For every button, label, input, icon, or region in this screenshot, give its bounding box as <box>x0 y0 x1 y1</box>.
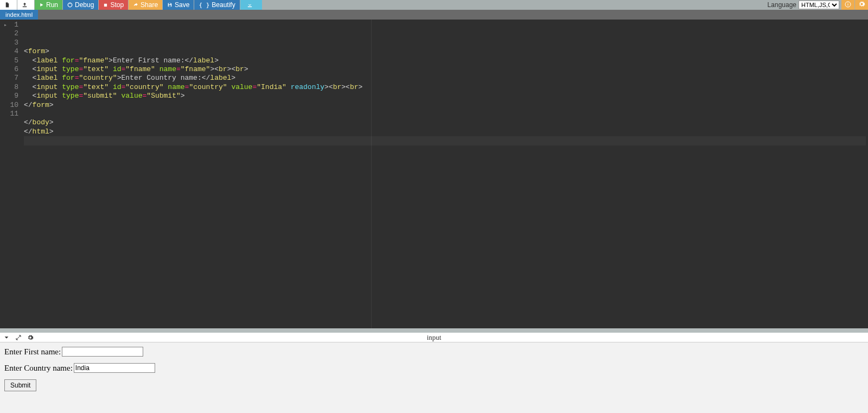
language-label: Language <box>768 1 799 9</box>
submit-button[interactable]: Submit <box>4 379 36 391</box>
new-file-button[interactable] <box>0 0 17 10</box>
collapse-output-button[interactable] <box>3 335 10 340</box>
svg-rect-0 <box>23 7 27 7</box>
language-select[interactable]: HTML,JS,CSS <box>799 1 839 9</box>
country-label: Enter Country name: <box>4 364 73 373</box>
svg-rect-3 <box>104 3 107 6</box>
download-icon <box>247 2 253 8</box>
play-icon <box>39 2 44 8</box>
tab-label: index.html <box>5 11 33 18</box>
download-button[interactable] <box>240 0 262 10</box>
debug-label: Debug <box>75 1 94 9</box>
upload-button[interactable] <box>17 0 34 10</box>
output-settings-button[interactable] <box>27 334 34 341</box>
run-button[interactable]: Run <box>35 0 62 10</box>
svg-rect-5 <box>169 5 171 7</box>
share-icon <box>133 2 138 8</box>
stop-label: Stop <box>110 1 124 9</box>
tab-strip: index.html <box>0 10 868 20</box>
share-label: Share <box>141 1 158 9</box>
settings-button[interactable] <box>855 0 868 10</box>
output-panel: Enter First name: Enter Country name: Su… <box>0 342 868 413</box>
save-label: Save <box>175 1 189 9</box>
info-button[interactable] <box>841 0 854 10</box>
fname-input[interactable] <box>62 347 143 357</box>
svg-rect-6 <box>248 7 252 7</box>
svg-rect-9 <box>848 3 848 3</box>
tab-index-html[interactable]: index.html <box>0 10 38 20</box>
braces-icon: { } <box>199 2 209 9</box>
run-label: Run <box>46 1 58 9</box>
editor-gutter: ▸1234567891011 <box>0 20 22 328</box>
toolbar: Run Debug Stop Share Save { } Beautify L… <box>0 0 868 10</box>
output-header: input <box>0 333 868 342</box>
code-editor[interactable]: ▸1234567891011 <form> <label for="fname"… <box>0 20 868 328</box>
svg-rect-4 <box>169 3 170 4</box>
fname-label: Enter First name: <box>4 347 61 357</box>
editor-code-area[interactable]: <form> <label for="fname">Enter First na… <box>22 20 868 328</box>
debug-button[interactable]: Debug <box>63 0 98 10</box>
gear-icon <box>858 1 865 9</box>
stop-button[interactable]: Stop <box>99 0 128 10</box>
upload-icon <box>22 2 28 8</box>
info-icon <box>845 1 851 9</box>
horizontal-splitter[interactable] <box>0 328 868 333</box>
svg-rect-8 <box>848 4 848 6</box>
file-icon <box>4 2 10 8</box>
beautify-button[interactable]: { } Beautify <box>194 0 239 10</box>
beautify-label: Beautify <box>212 1 235 9</box>
print-margin-line <box>371 20 372 328</box>
stop-icon <box>103 3 108 8</box>
debug-icon <box>67 2 73 8</box>
svg-rect-2 <box>70 3 71 4</box>
output-title: input <box>427 333 442 342</box>
country-input[interactable] <box>74 363 155 373</box>
expand-output-button[interactable] <box>15 334 22 341</box>
share-button[interactable]: Share <box>129 0 162 10</box>
save-icon <box>167 2 173 8</box>
save-button[interactable]: Save <box>163 0 194 10</box>
